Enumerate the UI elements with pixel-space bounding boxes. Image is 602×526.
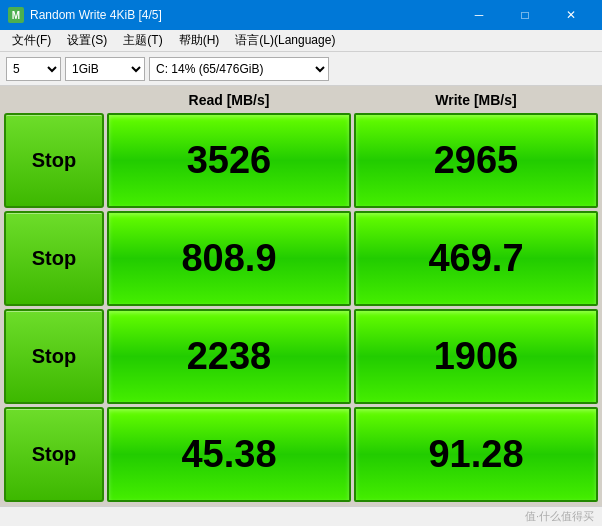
title-bar: M Random Write 4KiB [4/5] ─ □ ✕	[0, 0, 602, 30]
drive-select[interactable]: C: 14% (65/476GiB)	[149, 57, 329, 81]
data-row-4: Stop 45.38 91.28	[4, 407, 598, 502]
value-cells-3: 2238 1906	[107, 309, 598, 404]
app-icon: M	[8, 7, 24, 23]
column-headers: Read [MB/s] Write [MB/s]	[107, 90, 598, 110]
stop-button-4[interactable]: Stop	[4, 407, 104, 502]
value-cells-4: 45.38 91.28	[107, 407, 598, 502]
value-cells-2: 808.9 469.7	[107, 211, 598, 306]
main-content: Read [MB/s] Write [MB/s] Stop 3526 2965 …	[0, 86, 602, 506]
data-row-2: Stop 808.9 469.7	[4, 211, 598, 306]
title-bar-left: M Random Write 4KiB [4/5]	[8, 7, 162, 23]
read-header: Read [MB/s]	[107, 90, 351, 110]
toolbar: 5 1GiB C: 14% (65/476GiB)	[0, 52, 602, 86]
read-value-2: 808.9	[107, 211, 351, 306]
count-select[interactable]: 5	[6, 57, 61, 81]
write-value-2: 469.7	[354, 211, 598, 306]
read-value-3: 2238	[107, 309, 351, 404]
menu-language[interactable]: 语言(L)(Language)	[227, 30, 343, 51]
menu-theme[interactable]: 主题(T)	[115, 30, 170, 51]
stop-button-1[interactable]: Stop	[4, 113, 104, 208]
menu-bar: 文件(F) 设置(S) 主题(T) 帮助(H) 语言(L)(Language)	[0, 30, 602, 52]
data-row-3: Stop 2238 1906	[4, 309, 598, 404]
window-title: Random Write 4KiB [4/5]	[30, 8, 162, 22]
data-row-1: Stop 3526 2965	[4, 113, 598, 208]
write-header: Write [MB/s]	[354, 90, 598, 110]
window-controls: ─ □ ✕	[456, 0, 594, 30]
write-value-3: 1906	[354, 309, 598, 404]
watermark-text: 值·什么值得买	[525, 509, 594, 524]
maximize-button[interactable]: □	[502, 0, 548, 30]
stop-button-3[interactable]: Stop	[4, 309, 104, 404]
menu-file[interactable]: 文件(F)	[4, 30, 59, 51]
write-value-1: 2965	[354, 113, 598, 208]
menu-help[interactable]: 帮助(H)	[171, 30, 228, 51]
write-value-4: 91.28	[354, 407, 598, 502]
close-button[interactable]: ✕	[548, 0, 594, 30]
menu-settings[interactable]: 设置(S)	[59, 30, 115, 51]
read-value-1: 3526	[107, 113, 351, 208]
size-select[interactable]: 1GiB	[65, 57, 145, 81]
stop-button-2[interactable]: Stop	[4, 211, 104, 306]
minimize-button[interactable]: ─	[456, 0, 502, 30]
header-row: Read [MB/s] Write [MB/s]	[4, 90, 598, 110]
value-cells-1: 3526 2965	[107, 113, 598, 208]
read-value-4: 45.38	[107, 407, 351, 502]
status-bar: 值·什么值得买	[0, 506, 602, 526]
